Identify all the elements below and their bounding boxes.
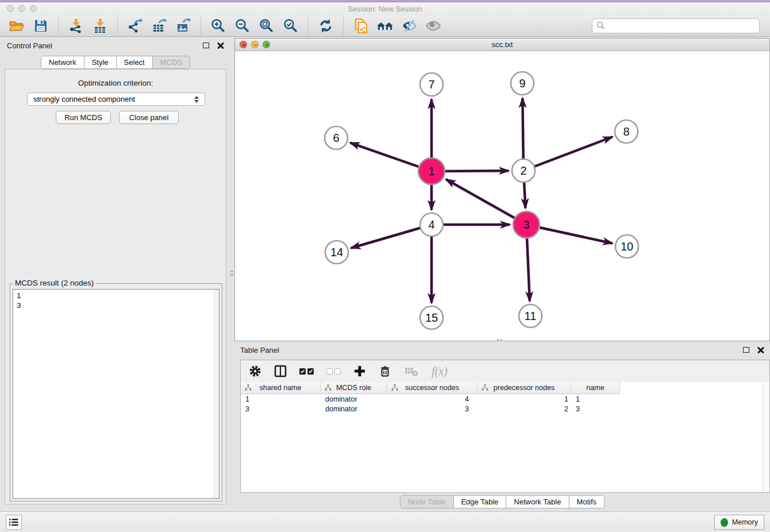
cell-shared-name[interactable]: 3	[241, 405, 321, 413]
tab-edge-table[interactable]: Edge Table	[453, 495, 506, 508]
tree-icon	[325, 384, 332, 391]
hide-selected-icon[interactable]	[397, 16, 421, 36]
function-builder-icon[interactable]: f(x)	[432, 365, 448, 378]
graph-node-3[interactable]: 3	[513, 211, 540, 238]
table-close-panel-icon[interactable]	[757, 346, 764, 353]
cell-predecessor-nodes[interactable]: 1	[478, 395, 571, 403]
graph-node-label: 4	[428, 218, 434, 231]
zoom-in-icon[interactable]	[206, 16, 230, 36]
status-bar: Memory	[0, 511, 770, 532]
tab-node-table[interactable]: Node Table	[400, 495, 454, 508]
zoom-selected-icon[interactable]	[279, 16, 303, 36]
search-box[interactable]	[592, 18, 760, 33]
table-toolbar: f(x)	[241, 360, 769, 382]
network-view-titlebar[interactable]: scc.txt	[235, 38, 769, 51]
table-row[interactable]: 3 dominator 3 2 3	[241, 404, 769, 414]
graph-node-8[interactable]: 8	[615, 120, 638, 143]
graph-node-6[interactable]: 6	[325, 126, 348, 149]
delete-table-icon[interactable]	[404, 365, 419, 377]
cell-shared-name[interactable]: 1	[241, 395, 321, 403]
zoom-fit-icon[interactable]	[255, 16, 279, 36]
graph-edge-2-8[interactable]	[523, 137, 613, 171]
vertical-splitter-handle[interactable]	[230, 265, 234, 280]
close-panel-button[interactable]: Close panel	[119, 111, 179, 124]
export-image-icon[interactable]	[171, 16, 195, 36]
graph-node-2[interactable]: 2	[512, 159, 535, 182]
toolbar-separator	[117, 17, 118, 34]
column-header-mcds-role[interactable]: MCDS role	[321, 382, 387, 394]
result-scrollbar[interactable]	[214, 290, 219, 498]
network-graph-canvas[interactable]: 7968124314101511	[235, 51, 769, 341]
refresh-icon[interactable]	[314, 16, 338, 36]
import-table-icon[interactable]	[88, 16, 112, 36]
graph-node-label: 15	[425, 311, 438, 324]
cell-successor-nodes[interactable]: 3	[387, 405, 478, 413]
cell-name[interactable]: 1	[571, 395, 620, 403]
cell-successor-nodes[interactable]: 4	[387, 395, 478, 403]
export-table-icon[interactable]	[147, 16, 171, 36]
graph-node-label: 14	[330, 246, 343, 259]
select-all-checkboxes-icon[interactable]	[299, 368, 314, 375]
control-panel-tabs: Network Style Select MCDS	[41, 56, 190, 69]
show-all-networks-icon[interactable]	[373, 16, 397, 36]
settings-gear-icon[interactable]	[249, 365, 261, 377]
graph-node-11[interactable]: 11	[519, 304, 542, 327]
cell-name[interactable]: 3	[571, 405, 620, 413]
memory-status-icon	[721, 518, 728, 527]
optimization-criterion-label: Optimization criterion:	[5, 79, 226, 87]
deselect-all-checkboxes-icon[interactable]	[326, 368, 341, 375]
graph-node-1[interactable]: 1	[418, 158, 445, 184]
tab-motifs[interactable]: Motifs	[568, 495, 605, 508]
tab-mcds[interactable]: MCDS	[152, 56, 190, 69]
optimization-criterion-select[interactable]: strongly connected component	[27, 92, 205, 106]
mcds-result-text[interactable]: 1 3	[13, 289, 220, 499]
duplicate-network-icon[interactable]	[349, 16, 373, 36]
memory-button[interactable]: Memory	[714, 515, 764, 530]
import-network-icon[interactable]	[64, 16, 88, 36]
add-column-icon[interactable]	[353, 365, 366, 377]
graph-node-15[interactable]: 15	[420, 306, 443, 329]
open-session-icon[interactable]	[5, 16, 29, 36]
network-view-title: scc.txt	[235, 40, 769, 49]
graph-edge-4-14[interactable]	[351, 225, 432, 248]
export-network-icon[interactable]	[123, 16, 147, 36]
float-panel-icon[interactable]	[203, 43, 209, 48]
run-mcds-button[interactable]: Run MCDS	[56, 111, 111, 124]
tab-style[interactable]: Style	[84, 56, 117, 69]
close-panel-icon[interactable]	[217, 42, 224, 49]
graph-node-label: 1	[428, 165, 434, 178]
graph-node-14[interactable]: 14	[325, 241, 348, 264]
search-input[interactable]	[608, 21, 755, 30]
cell-mcds-role[interactable]: dominator	[321, 395, 387, 403]
column-header-predecessor-nodes[interactable]: predecessor nodes	[478, 382, 571, 394]
dropdown-stepper-icon	[194, 96, 199, 103]
task-history-button[interactable]	[6, 515, 22, 530]
tab-network[interactable]: Network	[41, 56, 84, 69]
graph-node-9[interactable]: 9	[511, 72, 534, 95]
cell-predecessor-nodes[interactable]: 2	[478, 405, 571, 413]
main-toolbar	[0, 15, 770, 37]
tab-network-table[interactable]: Network Table	[506, 495, 569, 508]
graph-node-label: 3	[523, 218, 529, 231]
tree-icon	[391, 384, 398, 391]
table-row[interactable]: 1 dominator 4 1 1	[241, 394, 769, 404]
column-header-successor-nodes[interactable]: successor nodes	[387, 382, 478, 394]
dropdown-selected-value: strongly connected component	[33, 95, 135, 103]
column-header-name[interactable]: name	[571, 382, 620, 394]
table-panel-title: Table Panel	[240, 346, 279, 354]
graph-node-4[interactable]: 4	[420, 213, 443, 236]
table-panel-header: Table Panel	[234, 342, 770, 357]
table-scrollbar[interactable]	[763, 382, 769, 492]
delete-column-icon[interactable]	[379, 365, 391, 377]
tab-select[interactable]: Select	[116, 56, 153, 69]
graph-node-10[interactable]: 10	[615, 235, 638, 258]
split-columns-icon[interactable]	[274, 365, 287, 377]
save-session-icon[interactable]	[29, 16, 53, 36]
cell-mcds-role[interactable]: dominator	[321, 405, 387, 413]
zoom-out-icon[interactable]	[230, 16, 255, 36]
column-header-shared-name[interactable]: shared name	[241, 382, 321, 394]
list-icon	[9, 518, 18, 526]
graph-node-7[interactable]: 7	[420, 73, 443, 96]
show-hidden-icon[interactable]	[421, 16, 445, 36]
table-float-panel-icon[interactable]	[743, 347, 749, 353]
